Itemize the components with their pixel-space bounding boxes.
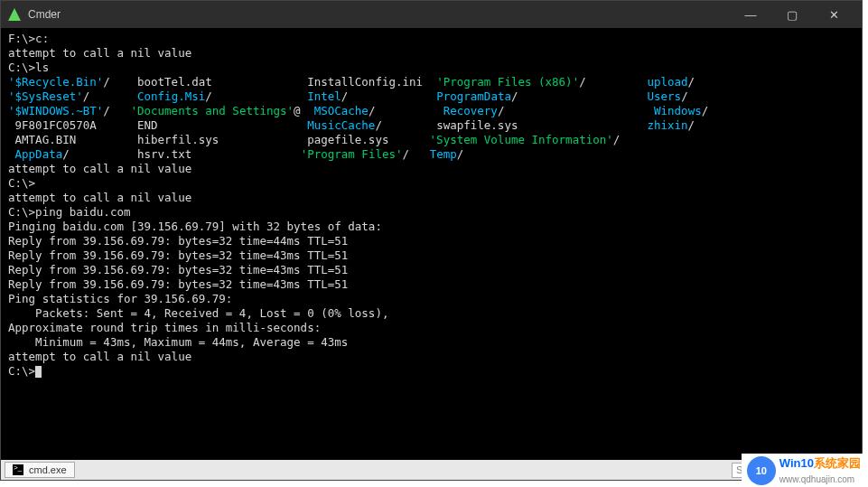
terminal-line: Ping statistics for 39.156.69.79: (8, 292, 854, 306)
terminal-line: Reply from 39.156.69.79: bytes=32 time=4… (8, 277, 854, 292)
terminal-line: Minimum = 43ms, Maximum = 44ms, Average … (8, 335, 854, 350)
console-tab[interactable]: cmd.exe (5, 462, 75, 478)
terminal-line: C:\>ping baidu.com (8, 205, 854, 220)
terminal-output[interactable]: F:\>c:attempt to call a nil valueC:\>ls'… (1, 28, 862, 460)
maximize-button[interactable]: ▢ (771, 1, 813, 28)
terminal-line: '$Recycle.Bin'/ bootTel.dat InstallConfi… (8, 75, 854, 89)
watermark-icon: 10 (747, 456, 776, 485)
close-button[interactable]: ✕ (813, 1, 854, 28)
terminal-line: '$SysReset'/ Config.Msi/ Intel/ ProgramD… (8, 89, 854, 104)
titlebar[interactable]: Cmder — ▢ ✕ (1, 1, 862, 28)
terminal-line: Approximate round trip times in milli-se… (8, 321, 854, 335)
window-title: Cmder (28, 8, 730, 21)
terminal-line: C:\>ls (8, 61, 854, 75)
terminal-line: C:\> (8, 176, 854, 191)
terminal-line: attempt to call a nil value (8, 350, 854, 364)
terminal-line: AppData/ hsrv.txt 'Program Files'/ Temp/ (8, 147, 854, 162)
cmd-icon (13, 464, 23, 475)
minimize-button[interactable]: — (730, 1, 771, 28)
terminal-line: attempt to call a nil value (8, 191, 854, 205)
app-window: Cmder — ▢ ✕ F:\>c:attempt to call a nil … (0, 0, 863, 481)
terminal-line: AMTAG.BIN hiberfil.sys pagefile.sys 'Sys… (8, 133, 854, 147)
terminal-line: Reply from 39.156.69.79: bytes=32 time=4… (8, 248, 854, 263)
terminal-line: '$WINDOWS.~BT'/ 'Documents and Settings'… (8, 104, 854, 118)
cursor (35, 366, 42, 378)
tab-label: cmd.exe (29, 464, 67, 475)
terminal-line: attempt to call a nil value (8, 46, 854, 61)
window-controls: — ▢ ✕ (730, 1, 854, 28)
watermark-text: Win10系统家园 www.qdhuajin.com (779, 455, 861, 485)
terminal-line: attempt to call a nil value (8, 162, 854, 176)
terminal-line: Reply from 39.156.69.79: bytes=32 time=4… (8, 234, 854, 248)
terminal-line: C:\> (8, 364, 854, 379)
app-icon (8, 8, 21, 21)
watermark: 10 Win10系统家园 www.qdhuajin.com (742, 454, 866, 487)
terminal-line: 9F801FC0570A END MusicCache/ swapfile.sy… (8, 118, 854, 133)
terminal-line: Packets: Sent = 4, Received = 4, Lost = … (8, 306, 854, 321)
terminal-line: Pinging baidu.com [39.156.69.79] with 32… (8, 220, 854, 234)
terminal-line: F:\>c: (8, 32, 854, 46)
status-bar: cmd.exe Search 🔍 ≡ (1, 460, 862, 480)
terminal-line: Reply from 39.156.69.79: bytes=32 time=4… (8, 263, 854, 277)
